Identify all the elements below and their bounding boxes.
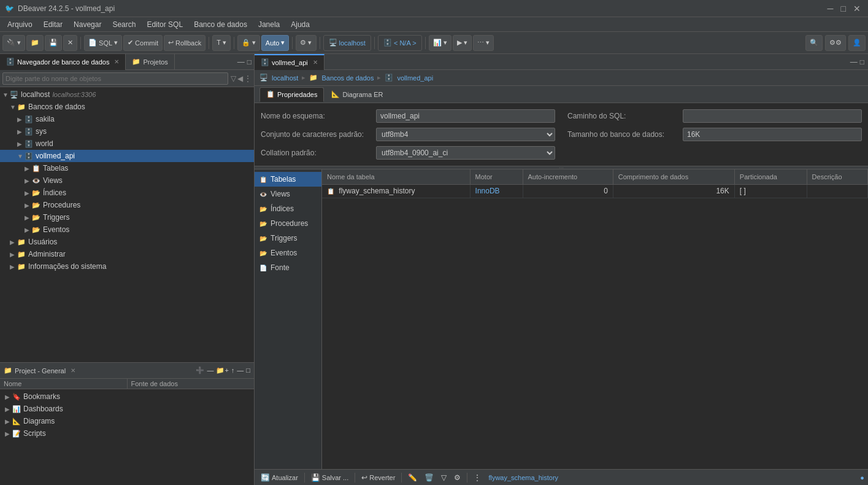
- auto-commit-dropdown[interactable]: Auto ▾: [261, 35, 290, 51]
- menu-arquivo[interactable]: Arquivo: [2, 19, 37, 30]
- monitoring-button[interactable]: 📊 ▾: [429, 35, 451, 51]
- up-button[interactable]: ↑: [231, 367, 235, 374]
- tree-triggers[interactable]: ▶ 📂 Triggers: [0, 211, 254, 223]
- nav-fonte[interactable]: 📄 Fonte: [255, 260, 321, 275]
- table-row[interactable]: 📋 flyway_schema_history InnoDB 0 16K [ ]: [322, 184, 868, 198]
- menu-navegar[interactable]: Navegar: [69, 19, 106, 30]
- tree-eventos[interactable]: ▶ 📂 Eventos: [0, 223, 254, 236]
- charset-select[interactable]: utf8mb4: [376, 128, 555, 141]
- tab-diagrama-er[interactable]: 📐 Diagrama ER: [325, 87, 389, 102]
- tree-vollmed-api[interactable]: ▼ 🗄️ vollmed_api: [0, 150, 254, 162]
- close-button[interactable]: ✕: [851, 4, 863, 14]
- maximize-right-button[interactable]: □: [860, 58, 864, 66]
- menu-ajuda[interactable]: Ajuda: [286, 19, 315, 30]
- breadcrumb-bancos[interactable]: Bancos de dados: [321, 74, 374, 82]
- tree-indices[interactable]: ▶ 📂 Índices: [0, 187, 254, 199]
- tree-usuarios[interactable]: ▶ 📁 Usuários: [0, 236, 254, 248]
- tab-projects[interactable]: 📁 Projetos: [126, 54, 174, 70]
- minimize-button[interactable]: ─: [825, 4, 836, 14]
- connection-selector[interactable]: 🖥️ localhost: [323, 35, 371, 51]
- salvar-button[interactable]: 💾 Salvar ...: [309, 473, 351, 482]
- project-scripts[interactable]: ▶ 📝 Scripts: [0, 427, 254, 440]
- edit-button[interactable]: ✏️: [405, 473, 420, 482]
- menu-janela[interactable]: Janela: [253, 19, 285, 30]
- minimize-project-button[interactable]: —: [237, 367, 244, 374]
- reverter-button[interactable]: ↩ Reverter: [359, 473, 398, 482]
- more-options-button[interactable]: ⋮: [471, 473, 483, 482]
- commit-button[interactable]: ✔ Commit: [123, 35, 163, 51]
- col-comprimento[interactable]: Comprimento de dados: [613, 169, 734, 184]
- minimize-panel-button[interactable]: —: [237, 58, 245, 66]
- breadcrumb-vollmed[interactable]: vollmed_api: [397, 74, 433, 82]
- col-particionada[interactable]: Particionada: [734, 169, 807, 184]
- menu-editar[interactable]: Editar: [39, 19, 67, 30]
- tree-tabelas[interactable]: ▶ 📋 Tabelas: [0, 162, 254, 174]
- close-vollmed-tab[interactable]: ✕: [313, 59, 318, 66]
- open-script-button[interactable]: 📁: [26, 35, 44, 51]
- tasks-button[interactable]: ▶ ▾: [453, 35, 472, 51]
- close-project-tab[interactable]: ✕: [71, 367, 75, 374]
- cell-motor[interactable]: InnoDB: [470, 184, 523, 198]
- nav-triggers[interactable]: 📂 Triggers: [255, 231, 321, 246]
- nav-procedures[interactable]: 📂 Procedures: [255, 216, 321, 231]
- tab-vollmed-api[interactable]: 🗄️ vollmed_api ✕: [255, 54, 325, 70]
- save-script-button[interactable]: 💾: [45, 35, 62, 51]
- tree-bancos[interactable]: ▼ 📁 Bancos de dados: [0, 101, 254, 113]
- filter-icon[interactable]: ▽: [231, 74, 236, 83]
- tab-navigator[interactable]: 🗄️ Navegador de banco de dados ✕: [0, 54, 126, 70]
- col-descricao[interactable]: Descrição: [807, 169, 867, 184]
- tree-views[interactable]: ▶ 👁️ Views: [0, 174, 254, 187]
- settings-button[interactable]: ⚙ ▾: [296, 35, 316, 51]
- search-global-button[interactable]: 🔍: [805, 35, 823, 51]
- project-diagrams[interactable]: ▶ 📐 Diagrams: [0, 415, 254, 427]
- col-nome-tabela[interactable]: Nome da tabela: [322, 169, 470, 184]
- new-connection-button[interactable]: 🔌 ▾: [2, 35, 25, 51]
- tab-propriedades[interactable]: 📋 Propriedades: [259, 87, 324, 102]
- tree-administrar[interactable]: ▶ 📁 Administrar: [0, 248, 254, 260]
- database-selector[interactable]: 🗄️ < N/A >: [378, 35, 422, 51]
- close-script-button[interactable]: ✕: [63, 35, 77, 51]
- menu-search[interactable]: Search: [107, 19, 140, 30]
- maximize-project-button[interactable]: □: [246, 367, 250, 374]
- nav-views[interactable]: 👁️ Views: [255, 187, 321, 201]
- sql-button[interactable]: 📄 SQL ▾: [84, 35, 122, 51]
- tree-localhost[interactable]: ▼ 🖥️ localhost localhost:3306: [0, 88, 254, 101]
- maximize-panel-button[interactable]: □: [247, 58, 252, 66]
- menu-banco-dados[interactable]: Banco de dados: [189, 19, 252, 30]
- close-navigator-tab[interactable]: ✕: [114, 58, 119, 65]
- tree-procedures[interactable]: ▶ 📂 Procedures: [0, 199, 254, 211]
- tree-world[interactable]: ▶ 🗄️ world: [0, 138, 254, 150]
- lock-button[interactable]: 🔒 ▾: [237, 35, 260, 51]
- collation-select[interactable]: utf8mb4_0900_ai_ci: [376, 146, 555, 160]
- atualizar-button[interactable]: 🔄 Atualizar: [258, 473, 301, 482]
- tree-sys[interactable]: ▶ 🗄️ sys: [0, 125, 254, 138]
- filter-button[interactable]: ▽: [439, 473, 449, 482]
- search-input[interactable]: [2, 72, 228, 85]
- caminho-sql-input[interactable]: [683, 109, 862, 123]
- minimize-right-button[interactable]: —: [850, 58, 858, 66]
- tools-button[interactable]: ⚙⚙: [825, 35, 846, 51]
- add-folder-button[interactable]: 📁+: [216, 367, 228, 374]
- remove-item-button[interactable]: —: [207, 367, 213, 374]
- config-button[interactable]: ⚙: [451, 473, 463, 482]
- delete-button[interactable]: 🗑️: [422, 473, 436, 482]
- col-auto-inc[interactable]: Auto-incremento: [523, 169, 613, 184]
- format-button[interactable]: T ▾: [212, 35, 231, 51]
- collapse-icon[interactable]: ◀: [237, 74, 243, 83]
- col-motor[interactable]: Motor: [470, 169, 523, 184]
- window-controls[interactable]: ─ □ ✕: [825, 4, 863, 14]
- tree-sakila[interactable]: ▶ 🗄️ sakila: [0, 113, 254, 125]
- project-bookmarks[interactable]: ▶ 🔖 Bookmarks: [0, 390, 254, 403]
- add-item-button[interactable]: ➕: [196, 367, 204, 374]
- menu-icon[interactable]: ⋮: [244, 74, 252, 83]
- nav-tabelas[interactable]: 📋 Tabelas: [255, 172, 321, 187]
- more-button[interactable]: ⋯ ▾: [473, 35, 494, 51]
- breadcrumb-localhost[interactable]: localhost: [272, 74, 298, 82]
- menu-editor-sql[interactable]: Editor SQL: [142, 19, 188, 30]
- nav-indices[interactable]: 📂 Índices: [255, 201, 321, 216]
- rollback-button[interactable]: ↩ Rollback: [164, 35, 205, 51]
- maximize-button[interactable]: □: [839, 4, 848, 14]
- project-dashboards[interactable]: ▶ 📊 Dashboards: [0, 403, 254, 415]
- user-button[interactable]: 👤: [848, 35, 866, 51]
- nav-eventos[interactable]: 📂 Eventos: [255, 246, 321, 260]
